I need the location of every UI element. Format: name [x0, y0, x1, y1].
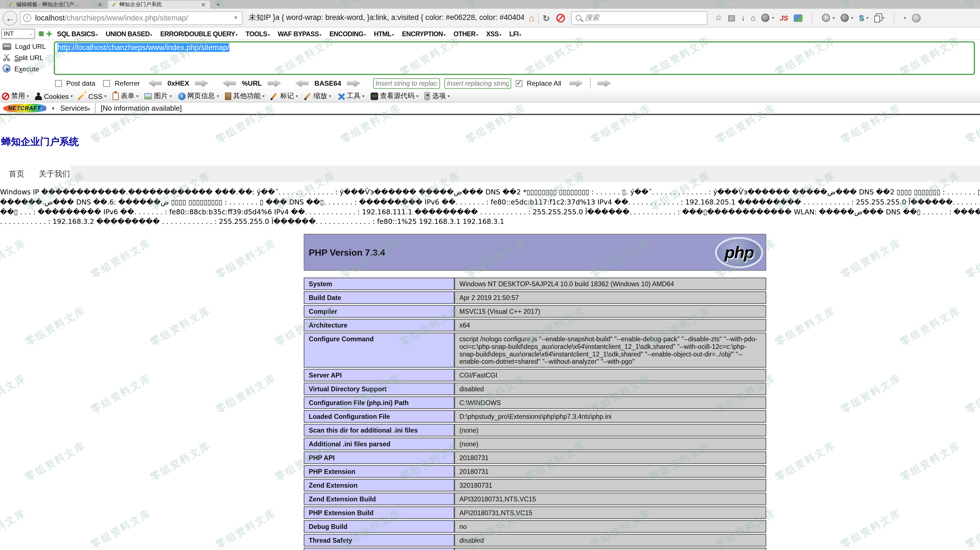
- webdev-cookies-menu[interactable]: Cookies▾: [35, 92, 73, 100]
- replace-with-input[interactable]: [444, 78, 511, 88]
- phpinfo-label: PHP Extension: [304, 465, 454, 478]
- webdev-css-menu[interactable]: CSS▾: [79, 92, 107, 100]
- downloads-icon[interactable]: ↓: [741, 13, 745, 22]
- tab-chanzhi-portal[interactable]: 蝉知企业门户系统 ✕: [108, 0, 210, 9]
- chevron-down-icon[interactable]: ▾: [866, 16, 869, 21]
- webdev-resize-menu[interactable]: 缩放▾: [304, 91, 331, 100]
- tab-close-icon[interactable]: ✕: [97, 2, 104, 8]
- hackbar-menu-item[interactable]: TOOLS▾: [246, 30, 270, 37]
- tab-close-icon[interactable]: ✕: [200, 2, 207, 8]
- execute-button[interactable]: Execute: [3, 64, 54, 72]
- copy-tabs-icon[interactable]: [874, 16, 880, 22]
- netcraft-services-menu[interactable]: Services▾: [60, 105, 90, 112]
- bookmark-home-icon[interactable]: ⌂: [529, 13, 535, 23]
- phpinfo-table: System Windows NT DESKTOP-5AJP2L4 10.0 b…: [304, 276, 766, 550]
- url-bar[interactable]: i localhost/chanzhieps/www/index.php/sit…: [20, 11, 242, 25]
- chevron-down-icon[interactable]: ▾: [832, 16, 835, 21]
- webdev-outline-menu[interactable]: 标记▾: [271, 91, 298, 100]
- new-tab-button[interactable]: +: [211, 1, 225, 9]
- url-encode-arrow[interactable]: [267, 79, 282, 88]
- phpinfo-row: Server API CGI/FastCGI: [304, 369, 766, 382]
- webdev-options-menu[interactable]: 选项▾: [425, 91, 450, 100]
- switchyomega-icon[interactable]: S: [859, 13, 864, 22]
- load-url-button[interactable]: Load URL: [3, 42, 54, 50]
- webdev-tools-menu[interactable]: 工具▾: [337, 91, 364, 100]
- home-icon[interactable]: ⌂: [751, 13, 756, 22]
- phpinfo-row: Configure Command cscript /nologo config…: [304, 333, 766, 368]
- base64-decode-arrow[interactable]: [295, 79, 309, 88]
- hackbar-menu-item[interactable]: HTML▾: [374, 30, 394, 37]
- chevron-down-icon[interactable]: ▾: [904, 16, 906, 21]
- webdev-viewsource-menu[interactable]: <>查看源代码▾: [371, 91, 418, 100]
- chevron-down-icon[interactable]: ▾: [851, 16, 853, 21]
- phpinfo-value: disabled: [454, 383, 766, 395]
- globe-extension-icon[interactable]: [761, 14, 769, 22]
- tools-icon: [337, 92, 345, 100]
- chevron-down-icon[interactable]: ▾: [772, 16, 774, 21]
- phpinfo-row: Compiler MSVC15 (Visual C++ 2017): [304, 305, 766, 318]
- webdev-disable-menu[interactable]: 禁用▾: [2, 91, 29, 100]
- chevron-down-icon[interactable]: ▾: [882, 16, 885, 21]
- hackbar-preset-select[interactable]: INT ⌄: [1, 29, 35, 38]
- hackbar-menu-item[interactable]: SQL BASICS▾: [57, 30, 98, 37]
- proxy-mask-icon[interactable]: [822, 14, 830, 22]
- reload-icon[interactable]: ↻: [542, 13, 550, 23]
- base64-encode-arrow[interactable]: [347, 79, 361, 88]
- translate-icon[interactable]: [794, 14, 803, 22]
- phpinfo-value: API320180731,NTS,VC15: [454, 493, 766, 505]
- url-decode-arrow[interactable]: [223, 79, 236, 88]
- hex-decode-arrow[interactable]: [148, 79, 162, 88]
- replace-search-input[interactable]: [373, 78, 440, 88]
- hackbar-menu-item[interactable]: UNION BASED▾: [106, 30, 152, 37]
- hackbar-menu-item[interactable]: XSS▾: [486, 30, 501, 37]
- reading-list-icon[interactable]: ▤: [728, 13, 735, 22]
- hackbar-menu-item[interactable]: WAF BYPASS▾: [278, 30, 321, 37]
- post-data-checkbox[interactable]: [55, 80, 62, 86]
- hackbar-add-icon[interactable]: ✚: [46, 30, 52, 37]
- webdev-forms-menu[interactable]: 表单▾: [113, 91, 138, 100]
- bookmark-star-icon[interactable]: ☆: [715, 13, 722, 22]
- hackbar-toggle-icon[interactable]: [39, 31, 44, 36]
- replace-apply-arrow[interactable]: [570, 79, 583, 88]
- phpinfo-row: Additional .ini files parsed (none): [304, 438, 766, 450]
- hackbar-menu-item[interactable]: LFI▾: [509, 30, 521, 37]
- webdev-images-menu[interactable]: 图片▾: [145, 91, 172, 100]
- split-url-label: Split URL: [14, 53, 43, 61]
- chevron-down-icon[interactable]: ▼: [51, 106, 55, 110]
- hackbar-menu-item[interactable]: OTHER▾: [453, 30, 478, 37]
- hackbar-menu-item[interactable]: ERROR/DOUBLE QUERY▾: [160, 30, 237, 37]
- phpinfo-label: Build Date: [304, 292, 454, 304]
- hackbar-menu-item[interactable]: ENCODING▾: [329, 30, 366, 37]
- webdev-pageinfo-menu[interactable]: i网页信息▾: [178, 91, 219, 100]
- search-box[interactable]: 搜索: [571, 11, 707, 25]
- phpinfo-label: Zend Extension: [304, 479, 454, 491]
- hex-encode-arrow[interactable]: [195, 79, 208, 88]
- useragent-icon[interactable]: [840, 14, 849, 22]
- phpinfo-value: cscript /nologo configure.js "--enable-s…: [454, 333, 766, 368]
- nav-home-link[interactable]: 首页: [9, 169, 24, 179]
- nav-about-link[interactable]: 关于我们: [39, 169, 70, 179]
- site-nav: 首页 关于我们: [0, 166, 980, 182]
- phpinfo-label: System: [304, 278, 454, 290]
- tab-favicon-icon: [111, 2, 117, 8]
- webdev-misc-menu[interactable]: 其他功能▾: [225, 91, 264, 100]
- back-button[interactable]: ←: [3, 10, 18, 25]
- replace-all-checkbox[interactable]: [515, 80, 522, 86]
- tab-edit-template[interactable]: 编辑模板 - 蝉知企业门户... ✕: [5, 0, 107, 9]
- split-url-button[interactable]: Split URL: [3, 53, 54, 61]
- adblock-icon[interactable]: [556, 13, 565, 22]
- view-source-icon: <>: [371, 92, 378, 100]
- replace-run-arrow[interactable]: [598, 79, 611, 88]
- netcraft-logo[interactable]: NETCRAFT: [3, 104, 46, 112]
- site-info-icon[interactable]: i: [23, 14, 31, 22]
- menu-icon[interactable]: [912, 13, 921, 22]
- options-icon: [425, 92, 430, 100]
- urlbar-dropdown-icon[interactable]: ▼: [232, 15, 240, 21]
- phpinfo-label: Thread Safety: [304, 534, 454, 547]
- hackbar-menu-item[interactable]: ENCRYPTION▾: [402, 30, 445, 37]
- ipconfig-line: ������.ض��� DNS ��.ض������ :6 ▯▯▯▯ ▯▯▯▯▯…: [0, 198, 980, 207]
- referrer-checkbox[interactable]: [103, 80, 110, 86]
- hackbar-url-textarea[interactable]: http://localhost/chanzhieps/www/index.ph…: [54, 41, 975, 75]
- phpinfo-row: PHP Extension Build API20180731,NTS,VC15: [304, 507, 766, 519]
- js-toggle-icon[interactable]: JS: [780, 14, 788, 22]
